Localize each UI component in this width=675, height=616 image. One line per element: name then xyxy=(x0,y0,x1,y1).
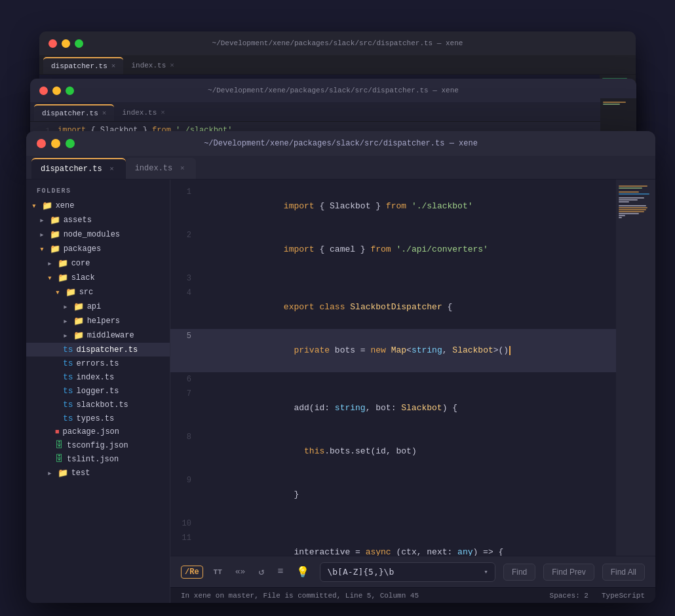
line-num-9: 9 xyxy=(170,473,202,488)
db-icon-tsconfig: 🗄 xyxy=(55,440,64,450)
traffic-lights xyxy=(37,139,75,148)
ghost-tab-label-dispatcher-1: dispatcher.ts xyxy=(51,62,107,70)
tab-dispatcher[interactable]: dispatcher.ts × xyxy=(31,158,126,179)
code-line-7: 7 add(id: string, bot: Slackbot) { xyxy=(170,387,616,430)
line-num-1: 1 xyxy=(170,185,202,199)
sidebar-label-core: core xyxy=(71,259,90,268)
code-area[interactable]: 1 import { Slackbot } from './slackbot' … xyxy=(170,180,616,556)
find-prev-button[interactable]: Find Prev xyxy=(543,564,594,581)
sidebar-item-api[interactable]: ▸ 📁 api xyxy=(26,299,170,314)
sidebar-item-test[interactable]: ▸ 📁 test xyxy=(26,466,170,480)
traffic-light-red[interactable] xyxy=(37,139,46,148)
ghost-tab-label-index-2: index.ts xyxy=(122,109,157,117)
folder-icon-helpers: ▸ 📁 xyxy=(63,316,84,326)
line-content-2: import { camel } from './api/converters' xyxy=(202,228,616,271)
folder-icon-api: ▸ 📁 xyxy=(63,301,84,312)
status-right: Spaces: 2 TypeScript xyxy=(550,592,645,600)
find-button[interactable]: Find xyxy=(503,564,535,581)
sidebar-item-types-ts[interactable]: ts types.ts xyxy=(26,412,170,425)
editor-inner: 1 import { Slackbot } from './slackbot' … xyxy=(170,180,655,556)
tab-index[interactable]: index.ts × xyxy=(126,158,197,179)
sidebar-label-types: types.ts xyxy=(77,414,115,423)
wrap-button[interactable]: ↺ xyxy=(256,563,267,581)
sidebar-header: FOLDERS xyxy=(26,180,170,199)
sidebar-item-slack[interactable]: ▾ 📁 slack xyxy=(26,271,170,285)
code-line-8: 8 this.bots.set(id, bot) xyxy=(170,430,616,473)
window-title: ~/Development/xene/packages/slack/src/di… xyxy=(204,139,478,148)
ghost-tab-label-dispatcher-2: dispatcher.ts xyxy=(42,109,98,117)
traffic-light-green[interactable] xyxy=(66,139,75,148)
ghost-tab-dispatcher-2[interactable]: dispatcher.ts × xyxy=(34,104,114,121)
sidebar-item-package-json[interactable]: ■ package.json xyxy=(26,425,170,438)
ghost-tab-close-index-2[interactable]: × xyxy=(161,109,165,117)
line-content-11: interactive = async (ctx, next: any) => … xyxy=(202,531,616,556)
ghost-tl-green-1 xyxy=(75,39,83,48)
find-dropdown-icon[interactable]: ▾ xyxy=(484,568,488,576)
case-button[interactable]: TT xyxy=(211,566,225,579)
code-line-2: 2 import { camel } from './api/converter… xyxy=(170,228,616,271)
tab-index-close[interactable]: × xyxy=(178,164,187,173)
ghost-tab-label-index-1: index.ts xyxy=(131,62,166,69)
ts-icon-types: ts xyxy=(63,414,73,423)
sidebar-item-core[interactable]: ▸ 📁 core xyxy=(26,256,170,271)
sidebar-item-index-ts[interactable]: ts index.ts xyxy=(26,370,170,384)
sidebar-item-dispatcher-ts[interactable]: ts dispatcher.ts xyxy=(26,343,170,356)
ghost-tl-red-2 xyxy=(39,87,48,95)
sidebar-item-src[interactable]: ▾ 📁 src xyxy=(26,285,170,299)
sidebar-label-helpers: helpers xyxy=(87,317,120,326)
tab-index-label: index.ts xyxy=(135,164,173,173)
sidebar-item-assets[interactable]: ▸ 📁 assets xyxy=(26,213,170,227)
status-spaces: Spaces: 2 xyxy=(550,592,588,600)
sidebar-item-tslint[interactable]: 🗄 tslint.json xyxy=(26,452,170,466)
sidebar-item-node-modules[interactable]: ▸ 📁 node_modules xyxy=(26,227,170,242)
line-num-5: 5 xyxy=(170,329,202,343)
sidebar-item-errors-ts[interactable]: ts errors.ts xyxy=(26,356,170,370)
status-left: In xene on master, File is committed, Li… xyxy=(181,592,550,600)
line-num-10: 10 xyxy=(170,516,202,531)
line-num-6: 6 xyxy=(170,372,202,387)
find-all-button[interactable]: Find All xyxy=(602,564,645,581)
sidebar-label-test: test xyxy=(71,469,90,478)
ghost-tab-index-2[interactable]: index.ts × xyxy=(114,104,172,121)
arrows-button[interactable]: «» xyxy=(233,564,248,579)
line-content-10 xyxy=(202,516,616,531)
sidebar-item-xene[interactable]: ▾ 📁 xene xyxy=(26,199,170,213)
ghost-tab-close-index-1[interactable]: × xyxy=(170,62,174,69)
sidebar-label-packages: packages xyxy=(64,244,102,254)
find-input[interactable] xyxy=(327,567,484,577)
sidebar-item-helpers[interactable]: ▸ 📁 helpers xyxy=(26,314,170,328)
ghost-title-2: ~/Development/xene/packages/slack/src/di… xyxy=(208,87,459,94)
ghost-tab-index-1[interactable]: index.ts × xyxy=(123,57,182,74)
line-num-7: 7 xyxy=(170,387,202,401)
sidebar-label-api: api xyxy=(87,302,102,311)
line-content-7: add(id: string, bot: Slackbot) { xyxy=(202,387,616,430)
sidebar-item-middleware[interactable]: ▸ 📁 middleware xyxy=(26,328,170,343)
ghost-tab-dispatcher-1[interactable]: dispatcher.ts × xyxy=(43,57,123,74)
code-line-9: 9 } xyxy=(170,473,616,516)
sidebar-item-packages[interactable]: ▾ 📁 packages xyxy=(26,242,170,256)
ghost-traffic-lights-2 xyxy=(39,87,74,95)
ghost-title-1: ~/Development/xene/packages/slack/src/di… xyxy=(212,39,463,47)
tab-dispatcher-close[interactable]: × xyxy=(107,164,117,174)
titlebar: ~/Development/xene/packages/slack/src/di… xyxy=(26,131,655,156)
ghost-tl-yellow-2 xyxy=(52,87,61,95)
sidebar-item-tsconfig[interactable]: 🗄 tsconfig.json xyxy=(26,438,170,452)
ts-icon-index: ts xyxy=(63,372,73,382)
main-window: ~/Development/xene/packages/slack/src/di… xyxy=(26,131,655,603)
folder-open-icon-slack: ▾ 📁 xyxy=(47,273,68,283)
sidebar-label-slackbot: slackbot.ts xyxy=(77,400,128,410)
folder-open-icon-packages: ▾ 📁 xyxy=(39,244,60,254)
ts-icon-logger: ts xyxy=(63,386,73,396)
bulb-button[interactable]: 💡 xyxy=(294,563,312,581)
line-num-4: 4 xyxy=(170,286,202,300)
regex-button[interactable]: /Re xyxy=(181,566,203,579)
align-button[interactable]: ≡ xyxy=(275,564,286,580)
sidebar-item-slackbot-ts[interactable]: ts slackbot.ts xyxy=(26,398,170,412)
sidebar-item-logger-ts[interactable]: ts logger.ts xyxy=(26,384,170,398)
ghost-tab-close-2[interactable]: × xyxy=(102,109,107,117)
tabs-bar: dispatcher.ts × index.ts × xyxy=(26,156,655,180)
sidebar-label-logger: logger.ts xyxy=(77,387,119,396)
traffic-light-yellow[interactable] xyxy=(51,139,60,148)
ghost-tab-close-1[interactable]: × xyxy=(111,62,116,70)
line-content-3 xyxy=(202,271,616,286)
